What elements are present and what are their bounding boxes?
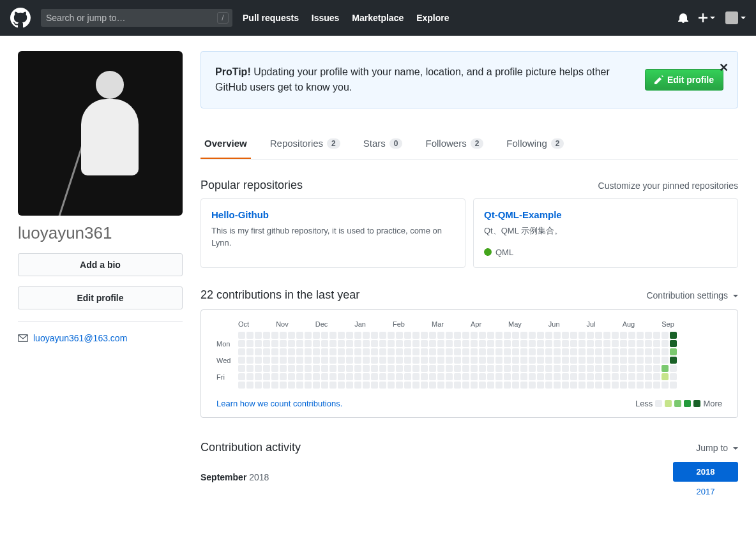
contrib-cell[interactable] xyxy=(495,348,503,355)
contrib-cell[interactable] xyxy=(412,348,420,355)
contrib-cell[interactable] xyxy=(620,340,627,347)
contrib-cell[interactable] xyxy=(529,373,536,380)
contrib-cell[interactable] xyxy=(404,382,411,389)
contrib-cell[interactable] xyxy=(545,332,552,339)
contrib-cell[interactable] xyxy=(670,348,677,355)
contrib-cell[interactable] xyxy=(628,382,635,389)
contrib-cell[interactable] xyxy=(412,340,420,347)
contrib-cell[interactable] xyxy=(329,365,336,372)
contrib-cell[interactable] xyxy=(412,332,420,339)
contrib-cell[interactable] xyxy=(263,332,270,339)
contrib-cell[interactable] xyxy=(421,340,428,347)
contrib-cell[interactable] xyxy=(653,340,660,347)
contrib-cell[interactable] xyxy=(612,348,619,355)
contrib-cell[interactable] xyxy=(329,340,336,347)
contrib-cell[interactable] xyxy=(454,382,461,389)
contrib-cell[interactable] xyxy=(338,348,345,355)
notifications-icon[interactable] xyxy=(678,13,688,23)
contrib-cell[interactable] xyxy=(495,332,503,339)
contrib-cell[interactable] xyxy=(437,340,444,347)
contrib-cell[interactable] xyxy=(479,373,486,380)
contrib-cell[interactable] xyxy=(321,373,328,380)
contrib-cell[interactable] xyxy=(437,365,444,372)
contrib-cell[interactable] xyxy=(296,332,303,339)
contrib-cell[interactable] xyxy=(628,365,635,372)
contrib-cell[interactable] xyxy=(246,382,253,389)
contrib-settings-menu[interactable]: Contribution settings xyxy=(646,290,738,300)
contrib-cell[interactable] xyxy=(412,373,420,380)
contrib-cell[interactable] xyxy=(562,382,569,389)
contrib-cell[interactable] xyxy=(620,373,627,380)
contrib-cell[interactable] xyxy=(529,365,536,372)
contrib-cell[interactable] xyxy=(587,340,594,347)
contrib-cell[interactable] xyxy=(346,348,353,355)
contrib-cell[interactable] xyxy=(346,340,353,347)
contrib-cell[interactable] xyxy=(246,365,253,372)
contrib-cell[interactable] xyxy=(371,348,378,355)
contrib-cell[interactable] xyxy=(595,332,602,339)
contrib-cell[interactable] xyxy=(246,332,253,339)
profile-menu[interactable] xyxy=(725,11,746,24)
contrib-cell[interactable] xyxy=(255,348,262,355)
contrib-cell[interactable] xyxy=(371,332,378,339)
contrib-cell[interactable] xyxy=(305,373,312,380)
contrib-cell[interactable] xyxy=(603,382,610,389)
contrib-cell[interactable] xyxy=(512,357,519,364)
contrib-cell[interactable] xyxy=(545,348,552,355)
contrib-cell[interactable] xyxy=(487,332,494,339)
contrib-cell[interactable] xyxy=(313,348,320,355)
contrib-cell[interactable] xyxy=(363,365,370,372)
contrib-cell[interactable] xyxy=(570,332,577,339)
contrib-cell[interactable] xyxy=(446,373,453,380)
contrib-cell[interactable] xyxy=(363,357,370,364)
contrib-cell[interactable] xyxy=(620,365,627,372)
contrib-cell[interactable] xyxy=(454,332,461,339)
edit-profile-button[interactable]: Edit profile xyxy=(18,286,183,309)
contrib-cell[interactable] xyxy=(338,357,345,364)
contrib-cell[interactable] xyxy=(346,373,353,380)
contrib-cell[interactable] xyxy=(437,357,444,364)
contrib-cell[interactable] xyxy=(570,348,577,355)
contrib-cell[interactable] xyxy=(346,357,353,364)
nav-issues[interactable]: Issues xyxy=(312,13,340,23)
contrib-cell[interactable] xyxy=(321,382,328,389)
contrib-cell[interactable] xyxy=(495,373,503,380)
contrib-cell[interactable] xyxy=(288,340,295,347)
contrib-cell[interactable] xyxy=(637,348,644,355)
contrib-cell[interactable] xyxy=(554,357,561,364)
contrib-cell[interactable] xyxy=(645,373,652,380)
contrib-cell[interactable] xyxy=(296,373,303,380)
contrib-cell[interactable] xyxy=(454,365,461,372)
contrib-cell[interactable] xyxy=(612,332,619,339)
contrib-cell[interactable] xyxy=(255,340,262,347)
contrib-cell[interactable] xyxy=(462,373,469,380)
contrib-cell[interactable] xyxy=(662,332,669,339)
contrib-cell[interactable] xyxy=(363,373,370,380)
contrib-cell[interactable] xyxy=(388,373,395,380)
contrib-cell[interactable] xyxy=(437,348,444,355)
contrib-cell[interactable] xyxy=(446,332,453,339)
contrib-cell[interactable] xyxy=(529,340,536,347)
contrib-cell[interactable] xyxy=(537,332,544,339)
contrib-cell[interactable] xyxy=(421,373,428,380)
contrib-cell[interactable] xyxy=(363,332,370,339)
contrib-cell[interactable] xyxy=(354,332,361,339)
contrib-cell[interactable] xyxy=(653,332,660,339)
contrib-cell[interactable] xyxy=(554,332,561,339)
contrib-cell[interactable] xyxy=(645,340,652,347)
contrib-cell[interactable] xyxy=(612,340,619,347)
contrib-cell[interactable] xyxy=(562,340,569,347)
contrib-cell[interactable] xyxy=(562,357,569,364)
contrib-cell[interactable] xyxy=(670,357,677,364)
contrib-cell[interactable] xyxy=(645,365,652,372)
contrib-cell[interactable] xyxy=(346,332,353,339)
contrib-cell[interactable] xyxy=(404,365,411,372)
contrib-cell[interactable] xyxy=(479,365,486,372)
contrib-cell[interactable] xyxy=(562,373,569,380)
contrib-cell[interactable] xyxy=(246,340,253,347)
contrib-cell[interactable] xyxy=(620,357,627,364)
contrib-cell[interactable] xyxy=(537,357,544,364)
contrib-cell[interactable] xyxy=(263,365,270,372)
contrib-cell[interactable] xyxy=(504,348,511,355)
contrib-cell[interactable] xyxy=(329,357,336,364)
